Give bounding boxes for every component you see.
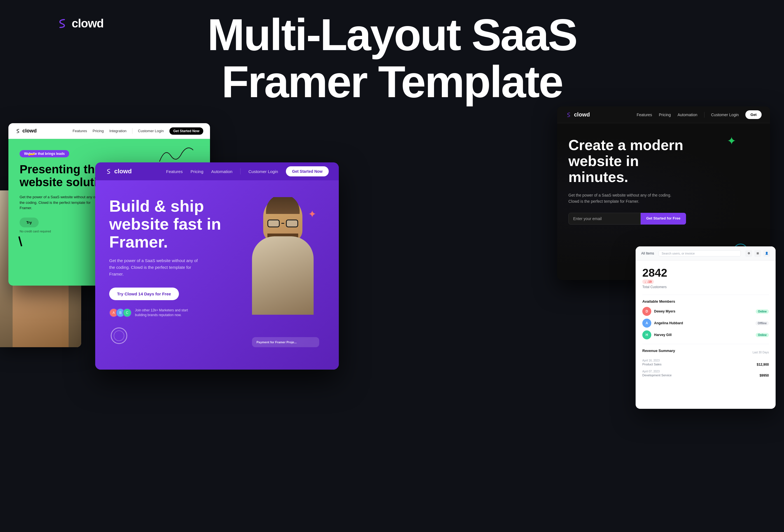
purple-logo-text: clowd — [114, 168, 132, 175]
revenue-amount-2: $9950 — [760, 373, 769, 377]
search-placeholder: Search users, or invoice — [662, 252, 695, 255]
revenue-row-1: Product Sales $12,900 — [642, 363, 769, 366]
purple-nav-divider — [240, 168, 241, 174]
dark-nav-divider — [704, 112, 704, 118]
dashboard-search[interactable]: Search users, or invoice — [659, 250, 741, 256]
dark-customer-login[interactable]: Customer Login — [711, 113, 739, 117]
purple-cta-btn[interactable]: Get Started Now — [286, 166, 329, 176]
revenue-list: April 16, 2023 Product Sales $12,900 Apr… — [642, 359, 769, 377]
card-purple: clowd Features Pricing Automation Custom… — [95, 162, 339, 370]
card-purple-headline: Build & ship website fast in Framer. — [109, 197, 235, 251]
member-avatar-2: A — [642, 319, 651, 328]
revenue-title: Revenue Summary — [642, 348, 675, 353]
member-name-1: Dewey Myers — [654, 309, 753, 313]
purple-nav-automation[interactable]: Automation — [211, 169, 232, 174]
dashboard-divider-2 — [642, 344, 769, 344]
stat-badge-value: -19 — [647, 280, 652, 283]
previews-container: clowd Features Pricing Integration Custo… — [0, 106, 784, 532]
dashboard-divider-1 — [642, 295, 769, 295]
revenue-date-1: April 16, 2023 — [642, 359, 769, 362]
purple-nav-features[interactable]: Features — [166, 169, 183, 174]
revenue-subtitle: Last 30 Days — [753, 351, 769, 354]
purple-ring-deco — [109, 326, 129, 345]
person-glasses — [268, 220, 298, 227]
dark-get-started-btn[interactable]: Get Started for Free — [641, 213, 686, 225]
green-logo-text: clowd — [22, 128, 37, 134]
main-title-area: Multi-Layout SaaS Framer Template — [196, 11, 588, 105]
header-logo-text: clowd — [72, 17, 104, 30]
card-purple-social-row: A B C Join other 12k+ Marketers and star… — [109, 308, 235, 317]
person-container — [246, 197, 319, 315]
member-row-3: H Harvey Gill Online — [642, 330, 769, 339]
purple-customer-login[interactable]: Customer Login — [248, 169, 278, 174]
card-purple-nav-links: Features Pricing Automation Customer Log… — [166, 166, 329, 176]
member-name-3: Harvey Gill — [654, 333, 753, 337]
green-cta-btn[interactable]: Get Started Now — [169, 128, 203, 135]
revenue-row-2: Development Service $9950 — [642, 373, 769, 377]
dark-cta-btn[interactable]: Get — [745, 110, 762, 119]
person-hair — [266, 197, 300, 214]
card-purple-social-text: Join other 12k+ Marketers and start buil… — [135, 308, 191, 317]
member-avatar-3: H — [642, 330, 651, 339]
revenue-date-2: April 07, 2023 — [642, 370, 769, 373]
green-nav-pricing[interactable]: Pricing — [93, 129, 104, 133]
card-purple-sub: Get the power of a SaaS website without … — [109, 257, 204, 278]
member-status-2: Offline — [755, 321, 769, 325]
dark-logo-icon — [566, 112, 572, 118]
green-deco-lightning: ~ — [26, 147, 37, 162]
card-green-logo: clowd — [15, 128, 37, 134]
person-body — [252, 236, 314, 315]
title-line1: Multi-Layout SaaS — [196, 11, 588, 58]
dark-email-input[interactable]: Enter your email — [568, 213, 641, 225]
revenue-amount-1: $12,900 — [757, 363, 769, 366]
card-green-sub: Get the power of a SaaS website without … — [20, 194, 98, 211]
logo-area: clowd — [56, 17, 104, 30]
dark-logo-text: clowd — [574, 111, 590, 118]
purple-try-btn[interactable]: Try Clowd 14 Days for Free — [109, 287, 179, 300]
user-icon[interactable]: 👤 — [763, 250, 770, 257]
dashboard-stat: 2842 ↓ -19 Total Customers — [642, 267, 769, 289]
green-customer-login[interactable]: Customer Login — [138, 129, 164, 133]
green-nav-features[interactable]: Features — [73, 129, 87, 133]
purple-logo-icon — [105, 168, 112, 175]
avatar-3: C — [123, 308, 132, 317]
member-name-2: Angelina Hubbard — [654, 321, 753, 325]
card-purple-body: Build & ship website fast in Framer. Get… — [95, 180, 339, 370]
members-section-title: Available Members — [642, 299, 769, 304]
purple-nav-pricing[interactable]: Pricing — [190, 169, 203, 174]
settings-icon[interactable]: ⚙ — [745, 250, 752, 257]
card-dashboard-body: 2842 ↓ -19 Total Customers Available Mem… — [636, 260, 776, 386]
green-nav-divider — [132, 128, 133, 134]
revenue-label-2: Development Service — [642, 373, 672, 377]
revenue-label-1: Product Sales — [642, 363, 661, 366]
logo-icon — [56, 17, 68, 30]
person-head — [263, 197, 302, 242]
card-purple-content: Build & ship website fast in Framer. Get… — [109, 197, 235, 353]
main-content: clowd Multi-Layout SaaS Framer Template — [0, 0, 784, 532]
revenue-item-1: April 16, 2023 Product Sales $12,900 — [642, 359, 769, 366]
card-dark-input-row: Enter your email Get Started for Free — [568, 213, 686, 225]
dark-nav-automation[interactable]: Automation — [678, 113, 698, 117]
green-deco-bar — [18, 236, 22, 246]
card-dark-headline: Create a modern website in minutes. — [568, 137, 686, 185]
card-purple-logo: clowd — [105, 168, 132, 175]
stat-badge: ↓ -19 — [642, 279, 654, 284]
dashboard-tab-all-items[interactable]: All Items — [641, 251, 654, 255]
grid-icon[interactable]: ⊞ — [754, 250, 761, 257]
members-list: D Dewey Myers Online A Angelina Hubbard … — [642, 307, 769, 339]
member-status-1: Online — [756, 309, 769, 314]
green-nav-integration[interactable]: Integration — [109, 129, 126, 133]
dark-nav-pricing[interactable]: Pricing — [659, 113, 671, 117]
revenue-header: Revenue Summary Last 30 Days — [642, 348, 769, 356]
green-try-btn[interactable]: Try — [20, 218, 39, 227]
main-title: Multi-Layout SaaS Framer Template — [196, 11, 588, 105]
stat-badge-icon: ↓ — [645, 280, 646, 283]
card-purple-nav: clowd Features Pricing Automation Custom… — [95, 162, 339, 180]
dark-nav-features[interactable]: Features — [637, 113, 652, 117]
card-dashboard-header: All Items Search users, or invoice ⚙ ⊞ 👤 — [636, 246, 776, 260]
card-dark-sub: Get the power of a SaaS website without … — [568, 192, 675, 205]
card-green-nav-links: Features Pricing Integration Customer Lo… — [73, 128, 203, 135]
title-line2: Framer Template — [196, 58, 588, 105]
svg-point-1 — [114, 331, 124, 341]
card-dark-nav-links: Features Pricing Automation Customer Log… — [637, 110, 762, 119]
